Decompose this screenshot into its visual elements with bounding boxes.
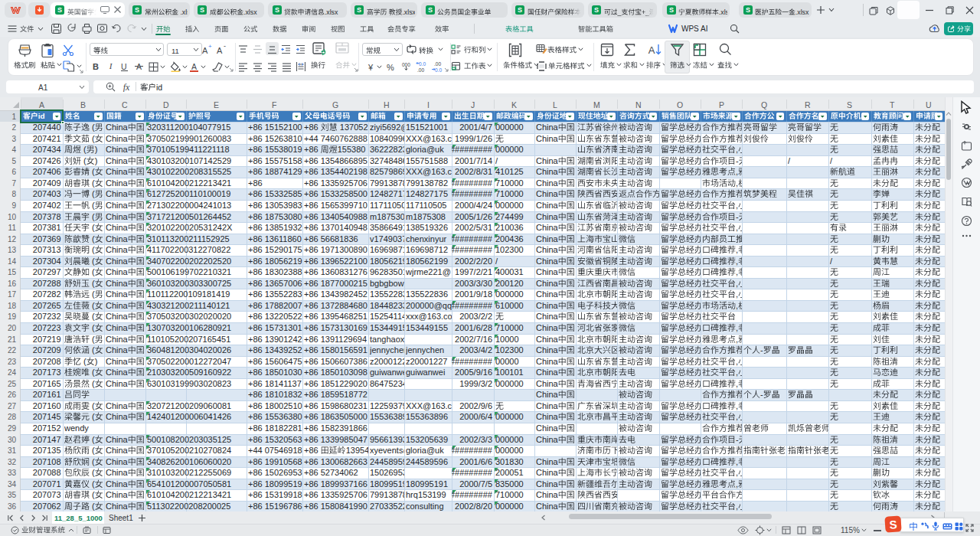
svg-text:(: (: [92, 212, 95, 221]
svg-text:2002/8/20: 2002/8/20: [455, 502, 492, 511]
svg-text:+86 1971300890: +86 1971300890: [304, 245, 368, 254]
svg-text:China: China: [106, 212, 129, 221]
svg-text:+86 1340540988: +86 1340540988: [304, 212, 368, 221]
svg-text:207071: 207071: [33, 479, 61, 489]
svg-text:,: ,: [736, 257, 738, 266]
svg-text:v17490376: v17490376: [370, 234, 404, 243]
svg-text:2002/9/6: 2002/9/6: [459, 401, 492, 410]
svg-text:142401200006041426: 142401200006041426: [147, 412, 231, 421]
svg-text:2005/1/26: 2005/1/26: [455, 212, 492, 221]
svg-text:China: China: [106, 335, 129, 344]
svg-text:207219: 207219: [33, 335, 61, 344]
svg-text:371721200501264452: 371721200501264452: [147, 212, 231, 221]
svg-text:,: ,: [736, 167, 738, 176]
svg-text:+86 13657006: +86 13657006: [248, 279, 302, 288]
svg-text:207313: 207313: [33, 245, 61, 254]
svg-text:(: (: [83, 357, 87, 366]
svg-text:m1875308: m1875308: [406, 212, 446, 221]
svg-text:10000: 10000: [495, 335, 519, 344]
svg-text:000000: 000000: [495, 412, 524, 421]
svg-text:117110505: 117110505: [406, 201, 446, 210]
svg-text:+86 13851932: +86 13851932: [248, 223, 302, 232]
svg-text:): ): [94, 156, 97, 165]
svg-text:169698712: 169698712: [406, 245, 448, 254]
svg-text:S: S: [200, 6, 204, 14]
svg-text:+86: +86: [304, 123, 318, 132]
svg-text:S: S: [594, 6, 599, 14]
svg-text:B: B: [80, 100, 86, 109]
svg-text:271302200004241013: 271302200004241013: [147, 201, 231, 210]
svg-text:+86 18501030: +86 18501030: [248, 368, 302, 377]
svg-text:207406: 207406: [33, 167, 61, 176]
svg-text:U: U: [121, 61, 127, 70]
svg-text:(: (: [92, 479, 95, 489]
svg-text:+86 1354866895: +86 1354866895: [304, 156, 368, 165]
svg-text:2001/7/14: 2001/7/14: [455, 156, 492, 165]
svg-text:+86 15290175: +86 15290175: [248, 245, 302, 254]
svg-text:169698712: 169698712: [370, 245, 404, 254]
svg-text:301830: 301830: [495, 457, 524, 466]
svg-text:China: China: [536, 479, 559, 489]
svg-text:China: China: [536, 167, 559, 176]
svg-text:207378: 207378: [33, 212, 61, 221]
svg-text:34: 34: [8, 480, 17, 489]
svg-text:XXX@163.c: XXX@163.c: [406, 167, 452, 176]
svg-text:+86 15196786: +86 15196786: [248, 502, 302, 511]
svg-text:(: (: [92, 267, 95, 276]
svg-text:+86 56681836: +86 56681836: [304, 234, 358, 243]
svg-text:362228235: 362228235: [370, 145, 404, 154]
svg-text:207223: 207223: [33, 323, 61, 332]
svg-text:710000: 710000: [495, 178, 524, 188]
svg-text:28: 28: [8, 413, 17, 421]
svg-text:310113200211152925: 310113200211152925: [147, 234, 230, 243]
svg-text:,: ,: [736, 267, 738, 276]
svg-text:207145: 207145: [33, 412, 61, 421]
svg-text:+: +: [208, 43, 212, 50]
svg-text:320311200104077915: 320311200104077915: [147, 123, 230, 132]
svg-text:China: China: [536, 201, 559, 210]
svg-text:207440: 207440: [33, 123, 61, 132]
svg-text:124827175: 124827175: [370, 189, 404, 198]
svg-text:(: (: [92, 412, 95, 421]
svg-text:+86 1533258500: +86 1533258500: [304, 189, 368, 198]
svg-text:(: (: [92, 446, 95, 455]
svg-text:+86 18056219: +86 18056219: [248, 257, 302, 266]
svg-text:,: ,: [736, 289, 738, 299]
svg-text:370502200012272047: 370502200012272047: [147, 357, 231, 366]
svg-text:+86 13439252: +86 13439252: [248, 345, 302, 355]
svg-text:+86 1360831276: +86 1360831276: [304, 267, 368, 276]
svg-text:135522836: 135522836: [406, 289, 448, 299]
svg-text:2001/6/6: 2001/6/6: [459, 457, 492, 466]
svg-text:36: 36: [8, 502, 17, 511]
svg-text:130703200106280921: 130703200106280921: [147, 323, 231, 332]
svg-text:+86 1863505000: +86 1863505000: [304, 412, 368, 421]
svg-text:430321200211140121: 430321200211140121: [147, 301, 230, 310]
svg-text:+86 15538019: +86 15538019: [248, 145, 302, 154]
svg-text:+86: +86: [304, 446, 318, 455]
svg-text:+86 1851229020: +86 1851229020: [304, 379, 368, 388]
svg-text:+86 15263810: +86 15263810: [248, 134, 302, 143]
svg-text:+_: +_: [641, 8, 648, 15]
svg-text:,: ,: [736, 145, 738, 154]
svg-text:I: I: [109, 62, 113, 70]
svg-text:China: China: [536, 412, 559, 421]
svg-text:China: China: [536, 212, 559, 221]
svg-text:+86 1877000215: +86 1877000215: [304, 279, 368, 288]
svg-text:+86 15320563: +86 15320563: [248, 435, 302, 444]
svg-text:200000@qq: 200000@qq: [406, 301, 452, 310]
svg-text:L: L: [553, 100, 557, 109]
svg-text:#########: #########: [452, 357, 493, 366]
svg-text:2000/6/4: 2000/6/4: [459, 412, 492, 421]
svg-text:wendy: wendy: [64, 423, 89, 433]
svg-text:26: 26: [8, 391, 17, 399]
svg-text:China: China: [106, 479, 129, 489]
svg-text:+86 13611860: +86 13611860: [248, 234, 302, 243]
svg-text:+86 1582391866: +86 1582391866: [304, 423, 368, 433]
svg-text:(: (: [92, 335, 95, 344]
svg-text:+86 18302388: +86 18302388: [248, 267, 302, 276]
svg-text:+86 13552283: +86 13552283: [248, 289, 302, 299]
svg-text:/: /: [495, 257, 498, 266]
svg-text:000: 000: [402, 61, 410, 67]
svg-text:000000: 000000: [495, 201, 524, 210]
svg-text:117110505: 117110505: [370, 201, 404, 210]
